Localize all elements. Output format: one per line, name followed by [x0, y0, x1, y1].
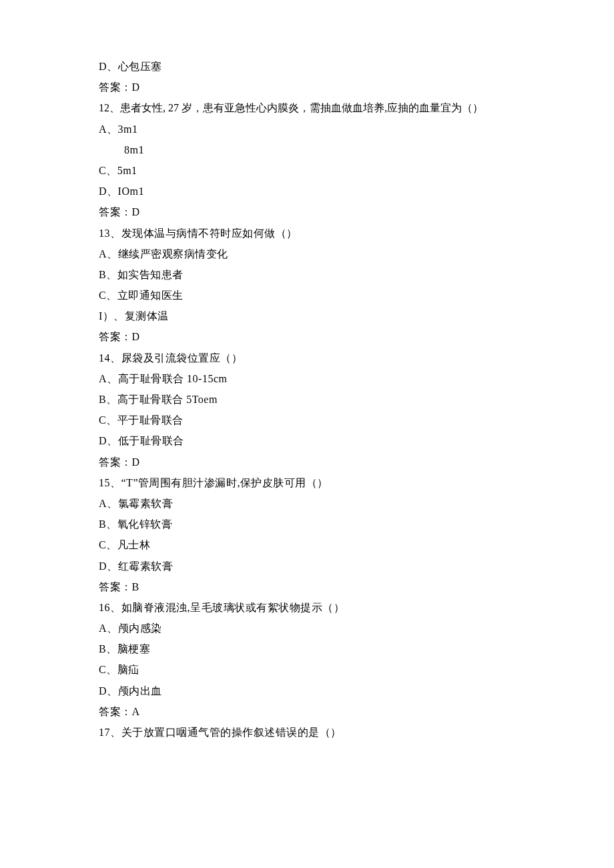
q16-option-c: C、脑疝: [99, 659, 549, 680]
q12-answer: 答案：D: [99, 201, 549, 222]
q14-option-d: D、低于耻骨联合: [99, 430, 549, 451]
q11-option-d: D、心包压塞: [99, 56, 549, 77]
q15-option-b: B、氧化锌软膏: [99, 514, 549, 534]
q13-option-b: B、如实告知患者: [99, 264, 549, 285]
q12-option-d: D、IOm1: [99, 181, 549, 201]
q12-stem: 12、患者女性, 27 岁，患有亚急性心内膜炎，需抽血做血培养,应抽的血量宜为（…: [99, 97, 549, 118]
q13-option-d: I）、复测体温: [99, 306, 549, 326]
q12-option-b: 8m1: [99, 139, 549, 160]
q12-option-a: A、3m1: [99, 119, 549, 139]
document-page: D、心包压塞 答案：D 12、患者女性, 27 岁，患有亚急性心内膜炎，需抽血做…: [0, 0, 614, 783]
q13-answer: 答案：D: [99, 326, 549, 347]
q15-stem: 15、“T”管周围有胆汁渗漏时,保护皮肤可用（）: [99, 472, 549, 493]
q17-stem: 17、关于放置口咽通气管的操作叙述错误的是（）: [99, 722, 549, 743]
q16-answer: 答案：A: [99, 701, 549, 722]
q13-option-a: A、继续严密观察病情变化: [99, 244, 549, 264]
q14-option-b: B、高于耻骨联合 5Toem: [99, 389, 549, 410]
q14-option-c: C、平于耻骨联合: [99, 410, 549, 430]
q14-stem: 14、尿袋及引流袋位置应（）: [99, 348, 549, 368]
q16-option-b: B、脑梗塞: [99, 638, 549, 659]
q16-option-d: D、颅内出血: [99, 681, 549, 701]
q16-option-a: A、颅内感染: [99, 618, 549, 638]
q12-option-c: C、5m1: [99, 160, 549, 181]
q14-option-a: A、高于耻骨联合 10-15cm: [99, 368, 549, 389]
q15-answer: 答案：B: [99, 576, 549, 597]
q15-option-d: D、红霉素软膏: [99, 556, 549, 576]
q13-stem: 13、发现体温与病情不符时应如何做（）: [99, 223, 549, 244]
q16-stem: 16、如脑脊液混浊,呈毛玻璃状或有絮状物提示（）: [99, 597, 549, 618]
q15-option-a: A、氯霉素软膏: [99, 493, 549, 514]
q14-answer: 答案：D: [99, 452, 549, 472]
q15-option-c: C、凡士林: [99, 534, 549, 555]
q13-option-c: C、立即通知医生: [99, 285, 549, 306]
q11-answer: 答案：D: [99, 77, 549, 97]
